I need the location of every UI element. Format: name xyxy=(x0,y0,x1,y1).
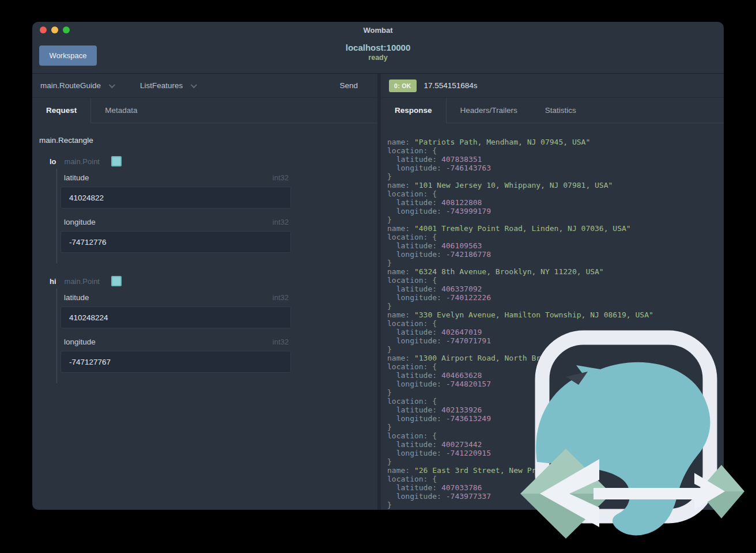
field-label: longitude xyxy=(64,218,96,226)
tab-metadata[interactable]: Metadata xyxy=(91,98,151,123)
tab-filler xyxy=(152,98,377,123)
response-panel: 0: OK 17.554151684s Response Headers/Tra… xyxy=(381,74,724,510)
field-label: latitude xyxy=(64,293,89,302)
response-line: } xyxy=(387,388,724,397)
response-line: name: "101 New Jersey 10, Whippany, NJ 0… xyxy=(387,181,724,190)
response-line: latitude: 402133926 xyxy=(387,406,724,414)
chevron-down-icon xyxy=(191,81,197,88)
request-panel: main.RouteGuide ListFeatures Send Reques… xyxy=(32,74,377,510)
message-type-label: main.Rectangle xyxy=(39,136,371,145)
response-line: name: "4001 Tremley Point Road, Linden, … xyxy=(387,224,724,233)
response-line: name: "330 Evelyn Avenue, Hamilton Towns… xyxy=(387,310,724,319)
response-line: name: "26 East 3rd Street, New Pr xyxy=(387,466,724,475)
minimize-window-button[interactable] xyxy=(51,26,58,33)
field-input[interactable] xyxy=(61,187,291,209)
desktop: Wombat Workspace localhost:10000 ready m… xyxy=(0,0,756,553)
response-line: location: { xyxy=(387,190,724,198)
response-line: latitude: 407838351 xyxy=(387,155,724,164)
tab-response[interactable]: Response xyxy=(381,98,447,123)
response-tab-bar: Response Headers/Trailers Statistics xyxy=(381,98,724,123)
group-toggle-checkbox[interactable] xyxy=(111,276,122,286)
send-button[interactable]: Send xyxy=(339,81,358,90)
response-line: } xyxy=(387,501,724,509)
response-line: } xyxy=(387,457,724,466)
service-selector-label: main.RouteGuide xyxy=(40,81,101,90)
response-line: name: "6324 8th Avenue, Brooklyn, NY 112… xyxy=(387,267,724,276)
response-line: location: { xyxy=(387,233,724,241)
field-type: int32 xyxy=(273,218,289,226)
tab-request[interactable]: Request xyxy=(32,98,91,123)
response-line: longitude: -740122226 xyxy=(387,293,724,302)
field-label: latitude xyxy=(64,173,89,182)
group-toggle-checkbox[interactable] xyxy=(111,156,122,166)
response-line: latitude: 408122808 xyxy=(387,198,724,207)
response-line: latitude: 402647019 xyxy=(387,328,724,336)
tab-headers-trailers[interactable]: Headers/Trailers xyxy=(447,98,531,123)
response-line: longitude: -746143763 xyxy=(387,164,724,172)
main-split: main.RouteGuide ListFeatures Send Reques… xyxy=(32,74,724,510)
response-line: longitude: -747071791 xyxy=(387,336,724,345)
wombat-window: Wombat Workspace localhost:10000 ready m… xyxy=(32,22,724,510)
field-type: int32 xyxy=(273,338,289,346)
response-line: longitude: -741220915 xyxy=(387,449,724,457)
response-line: longitude: -744820157 xyxy=(387,380,724,388)
form-field: longitude int32 xyxy=(63,338,371,373)
chevron-down-icon xyxy=(109,81,115,88)
titlebar: Wombat xyxy=(32,22,724,38)
header: Workspace localhost:10000 ready xyxy=(32,38,724,74)
connection-state: ready xyxy=(32,54,724,62)
tab-filler xyxy=(590,98,724,123)
message-group: lo main.Point latitude int32 longitude i… xyxy=(39,154,371,263)
group-type: main.Point xyxy=(65,277,100,286)
window-title: Wombat xyxy=(363,26,392,35)
response-line: latitude: 406109563 xyxy=(387,241,724,250)
response-line: } xyxy=(387,302,724,310)
message-groups: lo main.Point latitude int32 longitude i… xyxy=(39,154,371,383)
group-fields: latitude int32 longitude int32 xyxy=(56,169,371,263)
response-line: location: { xyxy=(387,431,724,440)
response-line: location: { xyxy=(387,397,724,406)
response-line: name: "Patriots Path, Mendham, NJ 07945,… xyxy=(387,138,724,146)
close-window-button[interactable] xyxy=(40,26,47,33)
group-name: hi xyxy=(50,277,56,286)
response-line: latitude: 407033786 xyxy=(387,483,724,492)
response-line: location: { xyxy=(387,362,724,371)
form-field: longitude int32 xyxy=(63,218,371,253)
group-type: main.Point xyxy=(65,157,100,166)
response-line: } xyxy=(387,345,724,354)
form-field: latitude int32 xyxy=(63,173,371,209)
zoom-window-button[interactable] xyxy=(63,26,70,33)
response-line: } xyxy=(387,172,724,181)
group-fields: latitude int32 longitude int32 xyxy=(56,289,371,383)
response-line: longitude: -742186778 xyxy=(387,250,724,259)
message-group: hi main.Point latitude int32 longitude i… xyxy=(39,274,371,383)
response-line: latitude: 406337092 xyxy=(387,285,724,293)
response-line: location: { xyxy=(387,276,724,285)
response-line: latitude: 400273442 xyxy=(387,440,724,449)
status-badge: 0: OK xyxy=(389,79,417,92)
response-line: longitude: -743977337 xyxy=(387,492,724,501)
response-body: name: "Patriots Path, Mendham, NJ 07945,… xyxy=(381,123,724,510)
field-type: int32 xyxy=(273,173,289,182)
request-tab-bar: Request Metadata xyxy=(32,98,377,123)
response-line: } xyxy=(387,423,724,431)
response-line: latitude: 404663628 xyxy=(387,371,724,380)
field-type: int32 xyxy=(273,293,289,302)
response-line: location: { xyxy=(387,146,724,155)
response-line: location: { xyxy=(387,319,724,328)
response-status-bar: 0: OK 17.554151684s xyxy=(381,74,724,98)
field-input[interactable] xyxy=(61,231,291,253)
response-line: location: { xyxy=(387,475,724,483)
response-line: name: "1300 Airport Road, North Br xyxy=(387,354,724,362)
method-selector[interactable]: ListFeatures xyxy=(140,81,195,90)
service-selector[interactable]: main.RouteGuide xyxy=(40,81,114,90)
traffic-lights xyxy=(40,26,70,33)
call-duration: 17.554151684s xyxy=(424,81,478,90)
tab-statistics[interactable]: Statistics xyxy=(531,98,590,123)
form-field: latitude int32 xyxy=(63,293,371,328)
field-label: longitude xyxy=(64,338,96,346)
field-input[interactable] xyxy=(61,351,291,373)
group-name: lo xyxy=(50,157,56,166)
field-input[interactable] xyxy=(61,306,291,328)
request-form: main.Rectangle lo main.Point latitude in… xyxy=(32,123,377,510)
